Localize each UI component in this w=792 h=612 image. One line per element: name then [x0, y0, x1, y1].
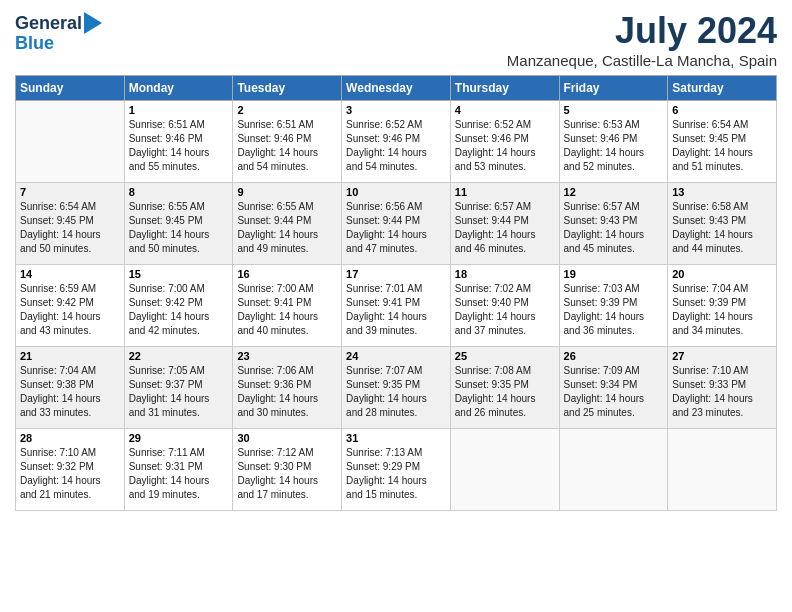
- day-cell-0-3: 3Sunrise: 6:52 AMSunset: 9:46 PMDaylight…: [342, 101, 451, 183]
- main-title: July 2024: [507, 10, 777, 52]
- day-cell-3-6: 27Sunrise: 7:10 AMSunset: 9:33 PMDayligh…: [668, 347, 777, 429]
- day-number: 10: [346, 186, 446, 198]
- day-cell-4-4: [450, 429, 559, 511]
- day-cell-1-0: 7Sunrise: 6:54 AMSunset: 9:45 PMDaylight…: [16, 183, 125, 265]
- day-number: 7: [20, 186, 120, 198]
- day-cell-3-2: 23Sunrise: 7:06 AMSunset: 9:36 PMDayligh…: [233, 347, 342, 429]
- day-info: Sunrise: 7:06 AMSunset: 9:36 PMDaylight:…: [237, 364, 337, 420]
- day-number: 11: [455, 186, 555, 198]
- day-number: 30: [237, 432, 337, 444]
- day-info: Sunrise: 6:55 AMSunset: 9:45 PMDaylight:…: [129, 200, 229, 256]
- day-number: 13: [672, 186, 772, 198]
- day-info: Sunrise: 7:02 AMSunset: 9:40 PMDaylight:…: [455, 282, 555, 338]
- day-cell-4-3: 31Sunrise: 7:13 AMSunset: 9:29 PMDayligh…: [342, 429, 451, 511]
- day-number: 23: [237, 350, 337, 362]
- header-monday: Monday: [124, 76, 233, 101]
- logo-icon: [84, 12, 102, 34]
- day-cell-3-4: 25Sunrise: 7:08 AMSunset: 9:35 PMDayligh…: [450, 347, 559, 429]
- header-friday: Friday: [559, 76, 668, 101]
- day-number: 25: [455, 350, 555, 362]
- day-cell-1-5: 12Sunrise: 6:57 AMSunset: 9:43 PMDayligh…: [559, 183, 668, 265]
- day-info: Sunrise: 7:04 AMSunset: 9:38 PMDaylight:…: [20, 364, 120, 420]
- day-number: 14: [20, 268, 120, 280]
- day-cell-2-6: 20Sunrise: 7:04 AMSunset: 9:39 PMDayligh…: [668, 265, 777, 347]
- day-info: Sunrise: 7:13 AMSunset: 9:29 PMDaylight:…: [346, 446, 446, 502]
- day-cell-3-1: 22Sunrise: 7:05 AMSunset: 9:37 PMDayligh…: [124, 347, 233, 429]
- day-info: Sunrise: 6:51 AMSunset: 9:46 PMDaylight:…: [237, 118, 337, 174]
- day-cell-0-6: 6Sunrise: 6:54 AMSunset: 9:45 PMDaylight…: [668, 101, 777, 183]
- day-info: Sunrise: 6:57 AMSunset: 9:44 PMDaylight:…: [455, 200, 555, 256]
- day-info: Sunrise: 7:07 AMSunset: 9:35 PMDaylight:…: [346, 364, 446, 420]
- day-number: 6: [672, 104, 772, 116]
- day-number: 20: [672, 268, 772, 280]
- logo: General Blue: [15, 14, 102, 54]
- day-number: 9: [237, 186, 337, 198]
- day-cell-1-4: 11Sunrise: 6:57 AMSunset: 9:44 PMDayligh…: [450, 183, 559, 265]
- day-number: 19: [564, 268, 664, 280]
- header-thursday: Thursday: [450, 76, 559, 101]
- svg-marker-0: [84, 12, 102, 34]
- day-number: 26: [564, 350, 664, 362]
- day-info: Sunrise: 7:00 AMSunset: 9:42 PMDaylight:…: [129, 282, 229, 338]
- calendar-table: Sunday Monday Tuesday Wednesday Thursday…: [15, 75, 777, 511]
- subtitle: Manzaneque, Castille-La Mancha, Spain: [507, 52, 777, 69]
- day-info: Sunrise: 7:10 AMSunset: 9:33 PMDaylight:…: [672, 364, 772, 420]
- day-cell-4-6: [668, 429, 777, 511]
- day-info: Sunrise: 6:53 AMSunset: 9:46 PMDaylight:…: [564, 118, 664, 174]
- title-block: July 2024 Manzaneque, Castille-La Mancha…: [507, 10, 777, 69]
- day-cell-3-3: 24Sunrise: 7:07 AMSunset: 9:35 PMDayligh…: [342, 347, 451, 429]
- day-cell-4-0: 28Sunrise: 7:10 AMSunset: 9:32 PMDayligh…: [16, 429, 125, 511]
- day-number: 12: [564, 186, 664, 198]
- day-info: Sunrise: 6:51 AMSunset: 9:46 PMDaylight:…: [129, 118, 229, 174]
- day-cell-2-2: 16Sunrise: 7:00 AMSunset: 9:41 PMDayligh…: [233, 265, 342, 347]
- day-info: Sunrise: 6:58 AMSunset: 9:43 PMDaylight:…: [672, 200, 772, 256]
- header-tuesday: Tuesday: [233, 76, 342, 101]
- day-info: Sunrise: 6:59 AMSunset: 9:42 PMDaylight:…: [20, 282, 120, 338]
- day-cell-2-1: 15Sunrise: 7:00 AMSunset: 9:42 PMDayligh…: [124, 265, 233, 347]
- header: General Blue July 2024 Manzaneque, Casti…: [15, 10, 777, 69]
- day-cell-2-3: 17Sunrise: 7:01 AMSunset: 9:41 PMDayligh…: [342, 265, 451, 347]
- day-info: Sunrise: 7:08 AMSunset: 9:35 PMDaylight:…: [455, 364, 555, 420]
- day-info: Sunrise: 6:55 AMSunset: 9:44 PMDaylight:…: [237, 200, 337, 256]
- day-cell-2-4: 18Sunrise: 7:02 AMSunset: 9:40 PMDayligh…: [450, 265, 559, 347]
- header-sunday: Sunday: [16, 76, 125, 101]
- day-cell-3-0: 21Sunrise: 7:04 AMSunset: 9:38 PMDayligh…: [16, 347, 125, 429]
- day-number: 2: [237, 104, 337, 116]
- day-number: 17: [346, 268, 446, 280]
- day-number: 15: [129, 268, 229, 280]
- day-info: Sunrise: 7:00 AMSunset: 9:41 PMDaylight:…: [237, 282, 337, 338]
- week-row-4: 21Sunrise: 7:04 AMSunset: 9:38 PMDayligh…: [16, 347, 777, 429]
- day-number: 3: [346, 104, 446, 116]
- day-info: Sunrise: 7:09 AMSunset: 9:34 PMDaylight:…: [564, 364, 664, 420]
- day-number: 24: [346, 350, 446, 362]
- day-cell-1-2: 9Sunrise: 6:55 AMSunset: 9:44 PMDaylight…: [233, 183, 342, 265]
- day-number: 22: [129, 350, 229, 362]
- week-row-5: 28Sunrise: 7:10 AMSunset: 9:32 PMDayligh…: [16, 429, 777, 511]
- day-number: 21: [20, 350, 120, 362]
- day-cell-0-5: 5Sunrise: 6:53 AMSunset: 9:46 PMDaylight…: [559, 101, 668, 183]
- day-number: 18: [455, 268, 555, 280]
- week-row-3: 14Sunrise: 6:59 AMSunset: 9:42 PMDayligh…: [16, 265, 777, 347]
- day-info: Sunrise: 7:10 AMSunset: 9:32 PMDaylight:…: [20, 446, 120, 502]
- header-saturday: Saturday: [668, 76, 777, 101]
- day-info: Sunrise: 7:12 AMSunset: 9:30 PMDaylight:…: [237, 446, 337, 502]
- logo-text-blue: Blue: [15, 34, 54, 54]
- day-cell-0-0: [16, 101, 125, 183]
- day-info: Sunrise: 7:03 AMSunset: 9:39 PMDaylight:…: [564, 282, 664, 338]
- day-number: 29: [129, 432, 229, 444]
- day-cell-1-1: 8Sunrise: 6:55 AMSunset: 9:45 PMDaylight…: [124, 183, 233, 265]
- day-info: Sunrise: 6:57 AMSunset: 9:43 PMDaylight:…: [564, 200, 664, 256]
- day-cell-1-3: 10Sunrise: 6:56 AMSunset: 9:44 PMDayligh…: [342, 183, 451, 265]
- day-number: 16: [237, 268, 337, 280]
- day-cell-0-4: 4Sunrise: 6:52 AMSunset: 9:46 PMDaylight…: [450, 101, 559, 183]
- week-row-2: 7Sunrise: 6:54 AMSunset: 9:45 PMDaylight…: [16, 183, 777, 265]
- day-info: Sunrise: 6:54 AMSunset: 9:45 PMDaylight:…: [672, 118, 772, 174]
- logo-text-general: General: [15, 14, 82, 34]
- day-cell-2-5: 19Sunrise: 7:03 AMSunset: 9:39 PMDayligh…: [559, 265, 668, 347]
- day-cell-0-1: 1Sunrise: 6:51 AMSunset: 9:46 PMDaylight…: [124, 101, 233, 183]
- weekday-header-row: Sunday Monday Tuesday Wednesday Thursday…: [16, 76, 777, 101]
- day-info: Sunrise: 6:56 AMSunset: 9:44 PMDaylight:…: [346, 200, 446, 256]
- day-cell-4-1: 29Sunrise: 7:11 AMSunset: 9:31 PMDayligh…: [124, 429, 233, 511]
- header-wednesday: Wednesday: [342, 76, 451, 101]
- day-info: Sunrise: 7:01 AMSunset: 9:41 PMDaylight:…: [346, 282, 446, 338]
